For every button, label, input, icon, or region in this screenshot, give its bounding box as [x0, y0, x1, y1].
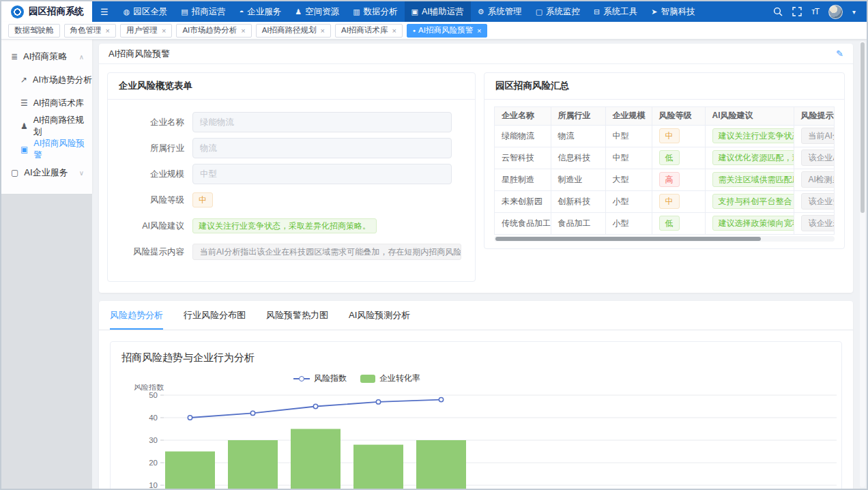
field-label: 企业名称 [119, 117, 192, 128]
sidebar-item-label: AI招商风险预警 [33, 138, 92, 161]
risk-level-tag: 中 [659, 194, 680, 209]
user-avatar[interactable] [828, 5, 843, 19]
risk-notice-box: 当前AI分析指出该企业在科技园区域需求可能叠加，存在短期内招商风险。 [801, 128, 835, 144]
field-label: 所属行业 [119, 143, 192, 154]
nav-menu-item[interactable]: ♟ 空间资源 [288, 1, 346, 22]
cell-company: 未来创新园 [495, 190, 551, 212]
risk-notice-box: 当前AI分析指出该企业在科技园区域需求可能叠加，存在短期内招商风险。 [192, 244, 461, 260]
cell-industry: 信息科技 [551, 147, 605, 169]
nav-menu-item[interactable]: ◓ 企业服务 [233, 1, 289, 22]
cell-company: 绿能物流 [495, 125, 551, 147]
ai-advice-tag: 支持与科创平台整合，提升整体吸引力 [712, 194, 794, 209]
view-tab[interactable]: ● 数据驾驶舱 × [8, 24, 60, 38]
nav-menu-item[interactable]: ▤ 招商运营 [174, 1, 232, 22]
cell-company: 传统食品加工厂 [495, 212, 551, 234]
close-icon[interactable]: × [162, 27, 166, 35]
analysis-tab[interactable]: AI风险预测分析 [349, 301, 410, 330]
nav-item-label: 招商运营 [192, 6, 226, 18]
search-icon[interactable] [773, 7, 783, 16]
nav-item-icon: ▤ [181, 8, 188, 16]
nav-item-icon: ⊟ [594, 8, 600, 16]
sidebar-group-ai-enterprise[interactable]: ▢ AI企业服务 ∨ [1, 161, 92, 184]
scrollbar-thumb[interactable] [495, 237, 761, 241]
company-name-input[interactable] [192, 112, 452, 132]
ai-advice-tag: 建议关注行业竞争状态，采取差异化招商策略。 [192, 218, 377, 233]
view-tab[interactable]: ● 角色管理 × [64, 24, 116, 38]
nav-item-icon: ◓ [240, 8, 244, 16]
page-vertical-scrollbar[interactable] [860, 41, 865, 487]
trend-chart-card: 招商风险趋势与企业行为分析 风险指数 企业转化率 5040302010风险指数 [110, 341, 842, 489]
nav-menu-item[interactable]: ⊟ 系统工具 [587, 1, 644, 22]
table-horizontal-scrollbar[interactable] [494, 236, 835, 242]
close-icon[interactable]: × [321, 27, 325, 35]
sidebar-collapse-button[interactable]: ☰ [92, 1, 117, 22]
nav-menu-item[interactable]: ◍ 园区全景 [117, 1, 175, 22]
view-tab-label: 用户管理 [126, 25, 158, 35]
view-tab[interactable]: ● 用户管理 × [120, 24, 172, 38]
nav-menu-item[interactable]: ➤ 智脑科技 [644, 1, 701, 22]
edit-icon[interactable]: ✎ [836, 48, 843, 59]
scrollbar-thumb[interactable] [860, 42, 865, 213]
cell-scale: 中型 [605, 125, 652, 147]
table-header-row: 企业名称 所属行业 企业规模 风险等级 AI风险建议 风险提示内容 [495, 107, 835, 125]
table-row: 绿能物流 物流 中型 中 建议关注行业竞争状态，采取差异化招商策略。 当前AI分… [495, 125, 835, 147]
nav-menu-item[interactable]: ▢ 系统监控 [529, 1, 587, 22]
font-size-icon[interactable]: тT [811, 7, 819, 16]
close-icon[interactable]: × [106, 27, 110, 35]
sidebar-item-script-library[interactable]: ☰ AI招商话术库 [1, 91, 92, 115]
col-header: 所属行业 [551, 107, 605, 125]
analysis-tab[interactable]: 风险趋势分析 [110, 301, 163, 330]
company-scale-input[interactable] [192, 164, 452, 184]
close-icon[interactable]: × [241, 27, 245, 35]
table-row: 星胜制造 制造业 大型 高 需关注区域供需匹配度，避免过度承诺 AI检测显示该企… [495, 169, 835, 190]
cell-scale: 小型 [605, 212, 652, 234]
user-caret-down-icon[interactable]: ▾ [852, 8, 856, 16]
close-icon[interactable]: × [392, 27, 396, 35]
view-tab[interactable]: ● AI招商风险预警 × [407, 24, 488, 38]
view-tab[interactable]: ● AI招商话术库 × [335, 24, 403, 38]
nav-menu-item[interactable]: ▥ 数据分析 [346, 1, 404, 22]
risk-level-tag: 中 [192, 192, 213, 207]
svg-text:10: 10 [149, 481, 158, 489]
close-icon[interactable]: × [477, 27, 481, 35]
analysis-tab[interactable]: 行业风险分布图 [184, 301, 246, 330]
cell-industry: 物流 [551, 125, 605, 147]
field-label: 风险提示内容 [119, 246, 192, 258]
fullscreen-icon[interactable] [792, 7, 802, 16]
view-tab[interactable]: ● AI招商路径规划 × [256, 24, 331, 38]
nav-menu-item[interactable]: ⚙ 系统管理 [471, 1, 529, 22]
view-tab[interactable]: ● AI市场趋势分析 × [176, 24, 251, 38]
legend-item-risk-index[interactable]: 风险指数 [293, 373, 347, 384]
nav-menu-item[interactable]: ▣ AI辅助运营 [405, 1, 471, 22]
analysis-tab-label: 风险趋势分析 [110, 310, 163, 320]
legend-item-conversion[interactable]: 企业转化率 [360, 373, 420, 384]
form-card-title: 企业风险概览表单 [108, 73, 475, 100]
risk-table: 企业名称 所属行业 企业规模 风险等级 AI风险建议 风险提示内容 [494, 106, 835, 235]
view-tab-label: 数据驾驶舱 [14, 25, 54, 35]
sidebar-group-ai-strategy[interactable]: ≣ AI招商策略 ∧ [1, 45, 92, 68]
risk-level-tag: 低 [659, 216, 680, 231]
nav-item-label: 园区全景 [133, 6, 167, 18]
sidebar-item-market-trend[interactable]: ↗ AI市场趋势分析 [1, 68, 92, 91]
view-tab-label: AI招商路径规划 [262, 25, 317, 35]
analysis-tab[interactable]: 风险预警热力图 [266, 301, 328, 330]
nav-item-label: 智脑科技 [661, 6, 695, 18]
sidebar-item-path-planning[interactable]: ♟ AI招商路径规划 [1, 115, 92, 138]
nav-item-label: 数据分析 [364, 6, 398, 18]
view-tab-label: AI市场趋势分析 [182, 25, 237, 35]
view-tab-label: AI招商话术库 [341, 25, 388, 35]
ai-advice-tag: 建议优化资源匹配，避免技术导入风险 [712, 150, 794, 165]
legend-label: 企业转化率 [379, 373, 420, 384]
analysis-tab-label: 行业风险分布图 [184, 310, 246, 320]
risk-notice-box: 该企业未来需求稳 [801, 215, 835, 231]
cell-scale: 中型 [605, 147, 652, 169]
view-tab-bar: ● 数据驾驶舱 × ● 角色管理 × ● 用户管理 × ● AI市场趋势分析 × [1, 22, 867, 40]
park-risk-summary-card: 园区招商风险汇总 企业名称 所属行业 企业规模 [484, 72, 845, 249]
field-label: AI风险建议 [119, 220, 192, 232]
sidebar-item-risk-alert[interactable]: ▣ AI招商风险预警 [1, 138, 92, 161]
page-title: AI招商风险预警 [108, 48, 170, 60]
analysis-tab-label: AI风险预测分析 [349, 310, 410, 320]
industry-input[interactable] [192, 138, 452, 158]
ai-advice-tag: 建议关注行业竞争状态，采取差异化招商策略。 [712, 128, 794, 143]
main-content: AI招商风险预警 ✎ 企业风险概览表单 企业名称 所属行业 [92, 40, 867, 489]
